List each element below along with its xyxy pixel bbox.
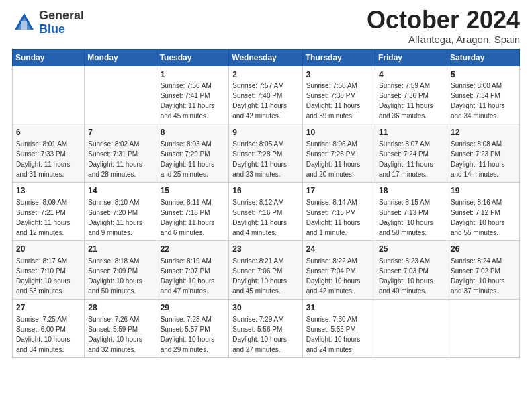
day-info: Sunrise: 7:57 AMSunset: 7:40 PMDaylight:…: [232, 82, 287, 120]
logo: General Blue: [12, 9, 84, 36]
calendar-cell: 1Sunrise: 7:56 AMSunset: 7:41 PMDaylight…: [157, 66, 229, 124]
calendar-cell: 9Sunrise: 8:05 AMSunset: 7:28 PMDaylight…: [229, 124, 302, 183]
day-info: Sunrise: 8:05 AMSunset: 7:28 PMDaylight:…: [232, 140, 287, 178]
calendar-week-row: 13Sunrise: 8:09 AMSunset: 7:21 PMDayligh…: [13, 183, 520, 241]
calendar-week-row: 20Sunrise: 8:17 AMSunset: 7:10 PMDayligh…: [13, 240, 520, 299]
day-number: 31: [306, 302, 371, 314]
day-info: Sunrise: 8:16 AMSunset: 7:12 PMDaylight:…: [451, 199, 505, 236]
day-number: 8: [161, 127, 226, 138]
location-subtitle: Alfantega, Aragon, Spain: [367, 34, 520, 45]
day-info: Sunrise: 8:19 AMSunset: 7:07 PMDaylight:…: [161, 257, 215, 295]
day-info: Sunrise: 8:06 AMSunset: 7:26 PMDaylight:…: [306, 140, 361, 178]
calendar-cell: 7Sunrise: 8:02 AMSunset: 7:31 PMDaylight…: [85, 124, 157, 183]
calendar-cell: 14Sunrise: 8:10 AMSunset: 7:20 PMDayligh…: [85, 183, 157, 241]
day-of-week-thursday: Thursday: [302, 49, 375, 66]
logo-blue: Blue: [39, 23, 84, 36]
calendar-cell: 23Sunrise: 8:21 AMSunset: 7:06 PMDayligh…: [229, 240, 302, 299]
day-number: 3: [306, 69, 371, 81]
day-number: 30: [232, 302, 298, 314]
day-number: 7: [88, 127, 152, 138]
header: General Blue October 2024 Alfantega, Ara…: [12, 7, 520, 45]
calendar-cell: 11Sunrise: 8:07 AMSunset: 7:24 PMDayligh…: [375, 124, 447, 183]
day-number: 4: [379, 69, 443, 81]
calendar-cell: 15Sunrise: 8:11 AMSunset: 7:18 PMDayligh…: [157, 183, 229, 241]
day-of-week-friday: Friday: [375, 49, 447, 66]
month-title: October 2024: [367, 7, 520, 34]
logo-general: General: [39, 9, 84, 23]
day-info: Sunrise: 8:00 AMSunset: 7:34 PMDaylight:…: [451, 82, 505, 120]
day-number: 26: [451, 244, 516, 255]
day-number: 22: [161, 244, 226, 255]
day-number: 15: [161, 185, 226, 197]
calendar-cell: 16Sunrise: 8:12 AMSunset: 7:16 PMDayligh…: [229, 183, 302, 241]
day-number: 21: [88, 244, 152, 255]
calendar-cell: 22Sunrise: 8:19 AMSunset: 7:07 PMDayligh…: [157, 240, 229, 299]
day-number: 29: [161, 302, 226, 314]
calendar-cell: 4Sunrise: 7:59 AMSunset: 7:36 PMDaylight…: [375, 66, 447, 124]
day-number: 20: [16, 244, 81, 255]
calendar-cell: [85, 66, 157, 124]
day-of-week-tuesday: Tuesday: [157, 49, 229, 66]
day-number: 1: [161, 69, 226, 81]
day-of-week-sunday: Sunday: [13, 49, 85, 66]
day-info: Sunrise: 7:28 AMSunset: 5:57 PMDaylight:…: [161, 316, 215, 353]
day-number: 27: [16, 302, 81, 314]
calendar-cell: 3Sunrise: 7:58 AMSunset: 7:38 PMDaylight…: [302, 66, 375, 124]
page: General Blue October 2024 Alfantega, Ara…: [0, 0, 532, 411]
day-of-week-wednesday: Wednesday: [229, 49, 302, 66]
day-info: Sunrise: 8:09 AMSunset: 7:21 PMDaylight:…: [16, 199, 71, 236]
calendar-cell: 5Sunrise: 8:00 AMSunset: 7:34 PMDaylight…: [447, 66, 519, 124]
calendar-cell: [375, 299, 447, 357]
day-number: 23: [232, 244, 298, 255]
day-info: Sunrise: 7:59 AMSunset: 7:36 PMDaylight:…: [379, 82, 433, 120]
calendar-cell: 24Sunrise: 8:22 AMSunset: 7:04 PMDayligh…: [302, 240, 375, 299]
day-info: Sunrise: 8:24 AMSunset: 7:02 PMDaylight:…: [451, 257, 505, 295]
calendar-cell: 12Sunrise: 8:08 AMSunset: 7:23 PMDayligh…: [447, 124, 519, 183]
calendar-cell: 27Sunrise: 7:25 AMSunset: 6:00 PMDayligh…: [13, 299, 85, 357]
day-number: 5: [451, 69, 516, 81]
day-info: Sunrise: 7:29 AMSunset: 5:56 PMDaylight:…: [232, 316, 287, 353]
day-info: Sunrise: 8:02 AMSunset: 7:31 PMDaylight:…: [88, 140, 142, 178]
day-info: Sunrise: 8:15 AMSunset: 7:13 PMDaylight:…: [379, 199, 433, 236]
logo-text: General Blue: [39, 9, 84, 36]
day-info: Sunrise: 8:07 AMSunset: 7:24 PMDaylight:…: [379, 140, 433, 178]
calendar-cell: [13, 66, 85, 124]
day-of-week-monday: Monday: [85, 49, 157, 66]
day-info: Sunrise: 8:22 AMSunset: 7:04 PMDaylight:…: [306, 257, 361, 295]
calendar-header-row: SundayMondayTuesdayWednesdayThursdayFrid…: [13, 49, 520, 66]
day-number: 13: [16, 185, 81, 197]
day-info: Sunrise: 8:11 AMSunset: 7:18 PMDaylight:…: [161, 199, 215, 236]
day-number: 16: [232, 185, 298, 197]
calendar-cell: 8Sunrise: 8:03 AMSunset: 7:29 PMDaylight…: [157, 124, 229, 183]
day-number: 17: [306, 185, 371, 197]
day-number: 28: [88, 302, 152, 314]
calendar-cell: 25Sunrise: 8:23 AMSunset: 7:03 PMDayligh…: [375, 240, 447, 299]
title-block: October 2024 Alfantega, Aragon, Spain: [367, 7, 520, 45]
day-info: Sunrise: 8:14 AMSunset: 7:15 PMDaylight:…: [306, 199, 361, 236]
calendar-cell: 28Sunrise: 7:26 AMSunset: 5:59 PMDayligh…: [85, 299, 157, 357]
calendar-cell: 31Sunrise: 7:30 AMSunset: 5:55 PMDayligh…: [302, 299, 375, 357]
day-of-week-saturday: Saturday: [447, 49, 519, 66]
day-info: Sunrise: 8:21 AMSunset: 7:06 PMDaylight:…: [232, 257, 287, 295]
svg-rect-2: [21, 21, 27, 30]
day-info: Sunrise: 8:03 AMSunset: 7:29 PMDaylight:…: [161, 140, 215, 178]
calendar-cell: 10Sunrise: 8:06 AMSunset: 7:26 PMDayligh…: [302, 124, 375, 183]
day-number: 2: [232, 69, 298, 81]
calendar-week-row: 6Sunrise: 8:01 AMSunset: 7:33 PMDaylight…: [13, 124, 520, 183]
day-info: Sunrise: 8:10 AMSunset: 7:20 PMDaylight:…: [88, 199, 142, 236]
day-info: Sunrise: 7:58 AMSunset: 7:38 PMDaylight:…: [306, 82, 361, 120]
calendar-cell: 19Sunrise: 8:16 AMSunset: 7:12 PMDayligh…: [447, 183, 519, 241]
calendar-cell: [447, 299, 519, 357]
day-info: Sunrise: 7:56 AMSunset: 7:41 PMDaylight:…: [161, 82, 215, 120]
day-info: Sunrise: 8:18 AMSunset: 7:09 PMDaylight:…: [88, 257, 142, 295]
calendar-cell: 6Sunrise: 8:01 AMSunset: 7:33 PMDaylight…: [13, 124, 85, 183]
day-number: 10: [306, 127, 371, 138]
calendar-cell: 17Sunrise: 8:14 AMSunset: 7:15 PMDayligh…: [302, 183, 375, 241]
logo-icon: [12, 11, 36, 35]
day-number: 25: [379, 244, 443, 255]
day-number: 14: [88, 185, 152, 197]
day-number: 18: [379, 185, 443, 197]
calendar-cell: 13Sunrise: 8:09 AMSunset: 7:21 PMDayligh…: [13, 183, 85, 241]
calendar-week-row: 27Sunrise: 7:25 AMSunset: 6:00 PMDayligh…: [13, 299, 520, 357]
day-number: 6: [16, 127, 81, 138]
